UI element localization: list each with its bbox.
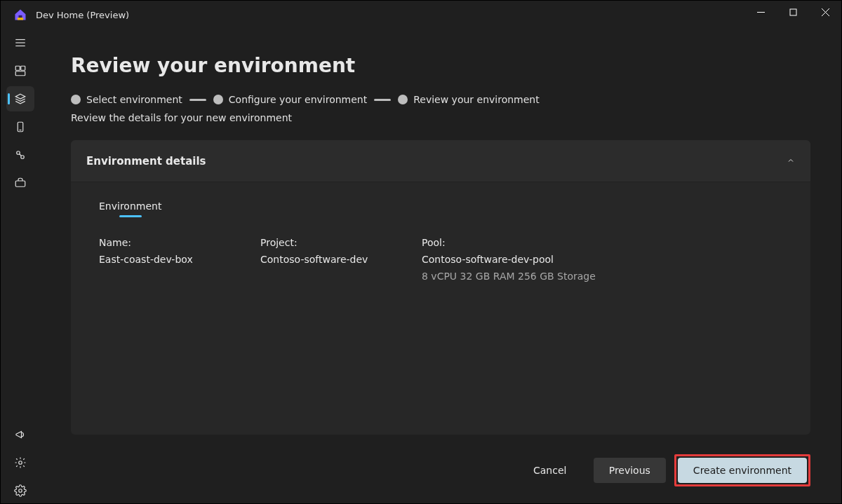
card-title: Environment details xyxy=(86,155,206,168)
card-header[interactable]: Environment details xyxy=(71,140,810,182)
property-label: Pool: xyxy=(422,237,596,248)
nav-settings[interactable] xyxy=(6,478,34,503)
property-value: East-coast-dev-box xyxy=(99,254,211,265)
environment-details-card: Environment details Environment Name: Ea… xyxy=(71,140,810,435)
step-dot-icon xyxy=(71,95,81,104)
minimize-button[interactable] xyxy=(744,1,777,23)
page-title: Review your environment xyxy=(71,54,810,77)
step-dot-icon xyxy=(398,95,408,104)
previous-button[interactable]: Previous xyxy=(594,458,666,483)
nav-environments[interactable] xyxy=(6,86,34,111)
step-select-environment[interactable]: Select environment xyxy=(71,94,182,105)
property-label: Name: xyxy=(99,237,211,248)
step-review-environment[interactable]: Review your environment xyxy=(398,94,540,105)
environment-properties: Name: East-coast-dev-box Project: Contos… xyxy=(99,237,782,282)
step-label: Configure your environment xyxy=(229,94,367,105)
nav-menu-button[interactable] xyxy=(6,30,34,55)
svg-rect-1 xyxy=(18,18,23,20)
nav-dashboard[interactable] xyxy=(6,58,34,83)
property-project: Project: Contoso-software-dev xyxy=(260,237,373,282)
step-connector xyxy=(374,99,391,101)
property-value: Contoso-software-dev-pool xyxy=(422,254,596,265)
nav-utilities[interactable] xyxy=(6,170,34,196)
app-icon xyxy=(13,8,27,22)
property-pool: Pool: Contoso-software-dev-pool 8 vCPU 3… xyxy=(422,237,596,282)
create-environment-highlight: Create environment xyxy=(674,454,810,486)
close-button[interactable] xyxy=(809,1,841,23)
property-label: Project: xyxy=(260,237,373,248)
stepper: Select environment Configure your enviro… xyxy=(71,94,810,105)
svg-rect-3 xyxy=(790,9,796,15)
property-value: Contoso-software-dev xyxy=(260,254,373,265)
page-subtitle: Review the details for your new environm… xyxy=(71,112,810,123)
cancel-button[interactable]: Cancel xyxy=(515,458,585,483)
step-dot-icon xyxy=(213,95,223,104)
maximize-button[interactable] xyxy=(777,1,809,23)
property-specs: 8 vCPU 32 GB RAM 256 GB Storage xyxy=(422,271,596,282)
titlebar: Dev Home (Preview) xyxy=(1,1,841,29)
main-content: Review your environment Select environme… xyxy=(40,29,841,503)
nav-rail xyxy=(1,29,40,503)
svg-rect-11 xyxy=(15,71,25,76)
step-label: Select environment xyxy=(86,94,182,105)
create-environment-button[interactable]: Create environment xyxy=(678,458,807,483)
svg-rect-10 xyxy=(21,66,25,70)
wizard-footer: Cancel Previous Create environment xyxy=(71,454,810,486)
step-label: Review your environment xyxy=(413,94,540,105)
nav-devices[interactable] xyxy=(6,114,34,139)
svg-rect-9 xyxy=(15,66,20,70)
tab-environment[interactable]: Environment xyxy=(99,200,161,217)
property-name: Name: East-coast-dev-box xyxy=(99,237,211,282)
caption-buttons xyxy=(744,1,841,29)
svg-point-17 xyxy=(19,461,22,465)
nav-extensions[interactable] xyxy=(6,142,34,168)
svg-point-18 xyxy=(19,489,22,493)
window-title: Dev Home (Preview) xyxy=(36,10,129,20)
step-connector xyxy=(189,99,206,101)
nav-settings-general[interactable] xyxy=(6,450,34,475)
step-configure-environment[interactable]: Configure your environment xyxy=(213,94,367,105)
nav-feedback[interactable] xyxy=(6,422,34,447)
svg-rect-16 xyxy=(15,181,25,186)
chevron-up-icon xyxy=(787,154,795,168)
